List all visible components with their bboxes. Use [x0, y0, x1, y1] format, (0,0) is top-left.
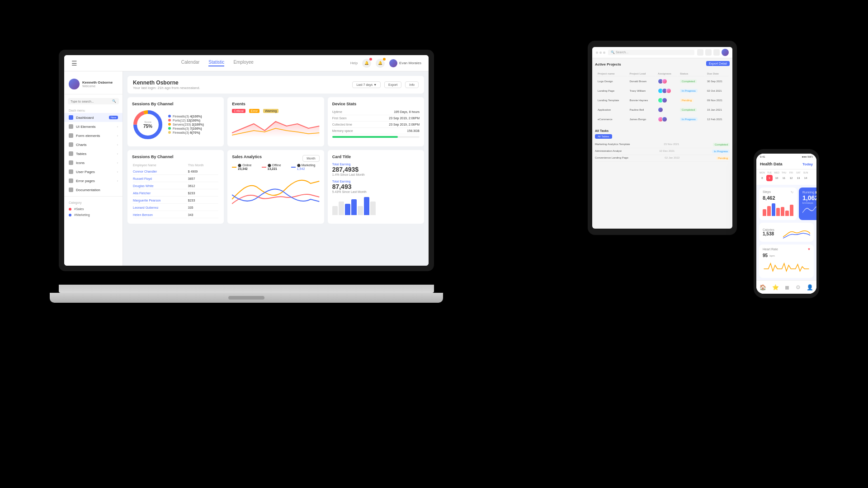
forms-icon — [69, 133, 73, 138]
user-status: Welcome — [82, 84, 113, 88]
steps-card: Steps Ty 8,462 — [759, 188, 797, 220]
mini-avatar — [662, 79, 667, 84]
info-button[interactable]: Info — [405, 81, 419, 88]
phone-content: Steps Ty 8,462 — [756, 185, 816, 280]
phone-nav-home[interactable]: 🏠 — [760, 284, 766, 291]
marketing-legend: ⬤ Marketing 1,542 — [291, 164, 320, 170]
phone-nav-profile[interactable]: 👤 — [807, 284, 813, 291]
week-day-1[interactable]: TUE 9 — [766, 171, 773, 181]
sidebar-item-charts[interactable]: Charts › — [64, 140, 123, 149]
category-sales[interactable]: #Sales — [64, 206, 123, 212]
sidebar-item-icons[interactable]: Icons › — [64, 158, 123, 167]
tablet-icon-3[interactable] — [713, 49, 720, 56]
warning-label: Warning — [263, 109, 278, 113]
error-label: Error — [249, 109, 260, 113]
icons-arrow-icon: › — [117, 161, 118, 164]
emp-name-2: Douglas White — [133, 183, 187, 189]
nav-right: Help 🔔 🔔 Evan Morales — [350, 59, 421, 68]
t-project-1: Landing Page — [596, 87, 627, 95]
phone-nav-settings[interactable]: ⚙ — [796, 284, 801, 291]
date-range-button[interactable]: Last 7 days ▼ — [352, 81, 381, 88]
tablet-icon-2[interactable] — [705, 49, 712, 56]
user-menu[interactable]: Evan Morales — [389, 59, 421, 67]
emp-val-3: $233 — [188, 190, 219, 197]
device-stats-title: Device Stats — [332, 102, 420, 106]
status-badge: In Progress — [680, 117, 698, 121]
sidebar-item-docs[interactable]: Documentation — [64, 185, 123, 194]
nav-help[interactable]: Help — [350, 61, 358, 65]
offline-legend: ⬤ Offline 13,221 — [262, 164, 288, 170]
export-button[interactable]: Export — [384, 81, 401, 88]
sidebar-user: Kenneth Osborne Welcome — [64, 76, 123, 94]
week-day-0: MON 8 — [759, 171, 765, 181]
nav-dot-1 — [596, 52, 598, 54]
phone-bottom-nav: 🏠 ⭐ ◼ ⚙ 👤 — [756, 280, 816, 294]
notification-badge — [369, 58, 372, 61]
heart-rate-header: Heart Rate ♥ — [763, 247, 810, 251]
sales-header: Sales Analytics Month — [232, 155, 319, 162]
user-info: Kenneth Osborne Welcome — [82, 80, 113, 88]
sidebar-item-dashboard[interactable]: Dashboard New — [64, 113, 123, 122]
tablet-device: 🔍 Search... Active Projects Export Detai… — [588, 41, 737, 235]
running-chart — [802, 204, 816, 216]
legend-item-0: Firewalls(3) 4(100%) — [168, 115, 204, 118]
emp-name-1: Russell Floyd — [133, 176, 187, 182]
tablet-row: Application Pauline Bell Completed 15 Ja… — [596, 106, 729, 114]
phone-signal: ●●● WiFi — [802, 155, 813, 158]
steps-value: 8,462 — [763, 195, 793, 201]
nav-statistic[interactable]: Statistic — [208, 60, 224, 66]
memory-progress-fill — [332, 136, 398, 138]
category-label: Category — [64, 198, 123, 206]
task-name: Administration Analyst — [595, 150, 622, 153]
nav-calendar[interactable]: Calendar — [181, 60, 200, 66]
hamburger-icon[interactable]: ☰ — [71, 60, 77, 67]
notification-btn-2[interactable]: 🔔 — [376, 59, 385, 68]
metric-2: Total Earning 87,493 5.43% Since Last Mo… — [332, 180, 420, 193]
sidebar-docs-label: Documentation — [76, 188, 118, 192]
sidebar-dashboard-badge: New — [109, 116, 118, 119]
tablet-task-rows: Marketing Analytics Template 23 Nov 2021… — [595, 141, 730, 162]
tablet-export-btn[interactable]: Export Detail — [706, 61, 730, 66]
phone-nav-square[interactable]: ◼ — [785, 284, 789, 291]
sidebar-item-ui[interactable]: UI Elements › — [64, 122, 123, 131]
tablet-icon-1[interactable] — [697, 49, 703, 56]
sidebar-item-forms[interactable]: Form elements › — [64, 131, 123, 140]
tablet-search[interactable]: 🔍 Search... — [608, 50, 694, 55]
filter-all[interactable]: All Tables — [595, 134, 612, 139]
running-header: Running ▶ — [802, 190, 816, 194]
sidebar-item-tables[interactable]: Tables › — [64, 149, 123, 158]
sidebar-error-pages-label: Error pages — [76, 179, 114, 183]
events-card-title: Events — [232, 102, 319, 106]
top-cards-row: Sessions By Channel Score — [127, 97, 424, 146]
phone-nav-star[interactable]: ⭐ — [772, 284, 779, 291]
offline-label: ⬤ Offline 13,221 — [268, 164, 288, 170]
legend-item-1: Ports(12) 12(100%) — [168, 119, 204, 122]
t-assignees-1 — [656, 87, 677, 95]
sidebar-tables-label: Tables — [76, 152, 114, 156]
task-date: 02 Jan 2022 — [665, 156, 679, 160]
tablet-row: Logo Design Donald Brown Completed 30 Se… — [596, 77, 729, 86]
sidebar-item-user-pages[interactable]: User Pages › — [64, 167, 123, 176]
nav-employee[interactable]: Employee — [233, 60, 253, 66]
sidebar-item-error-pages[interactable]: Error pages › — [64, 176, 123, 185]
week-days: MON 8 TUE 9 WED 10 THU 11 — [759, 171, 814, 181]
bar — [772, 203, 775, 216]
tablet-icons — [697, 49, 729, 56]
legend-label-2: Servers(233) 2(100%) — [173, 123, 204, 126]
heart-rate-chart — [763, 260, 810, 273]
emp-val-2: 3612 — [188, 183, 219, 189]
phone-header: Health Data Today — [756, 160, 816, 169]
legend-item-4: Firewalls(3) 6(70%) — [168, 131, 204, 134]
bar — [763, 209, 766, 216]
total-earning-label-2: Total Earning — [332, 180, 420, 183]
emp-val-5: 335 — [188, 205, 219, 211]
nav-user-name: Evan Morales — [399, 61, 421, 65]
phone-bezel: 9:41 ●●● WiFi Health Data Today MON 8 — [754, 149, 819, 298]
category-marketing[interactable]: #Marketing — [64, 212, 123, 218]
search-input[interactable] — [71, 100, 112, 103]
month-button[interactable]: Month — [302, 155, 319, 162]
sessions-by-channel-card: Sessions By Channel Score — [127, 97, 224, 146]
t-due-2: 09 Nov 2021 — [705, 96, 729, 105]
sidebar-divider — [64, 196, 123, 197]
notification-btn-1[interactable]: 🔔 — [362, 59, 371, 68]
